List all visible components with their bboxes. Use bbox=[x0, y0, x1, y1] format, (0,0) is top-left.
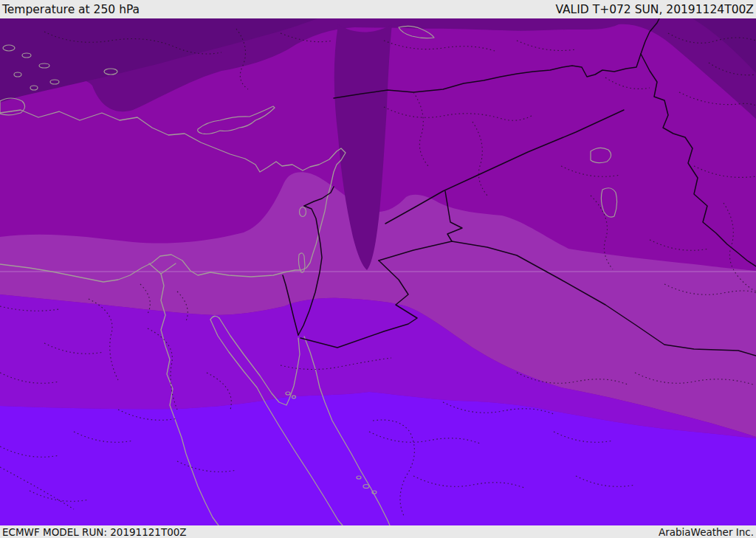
temperature-map-canvas bbox=[0, 18, 756, 525]
weather-map bbox=[0, 18, 756, 525]
valid-time-label: VALID T+072 SUN, 20191124T00Z bbox=[555, 1, 754, 18]
page-title: Temperature at 250 hPa bbox=[2, 1, 140, 18]
footer-bar: ECMWF MODEL RUN: 20191121T00Z ArabiaWeat… bbox=[0, 525, 756, 538]
model-run-label: ECMWF MODEL RUN: 20191121T00Z bbox=[2, 526, 187, 538]
header-bar: Temperature at 250 hPa VALID T+072 SUN, … bbox=[0, 0, 756, 18]
credit-label: ArabiaWeather Inc. bbox=[659, 526, 754, 538]
